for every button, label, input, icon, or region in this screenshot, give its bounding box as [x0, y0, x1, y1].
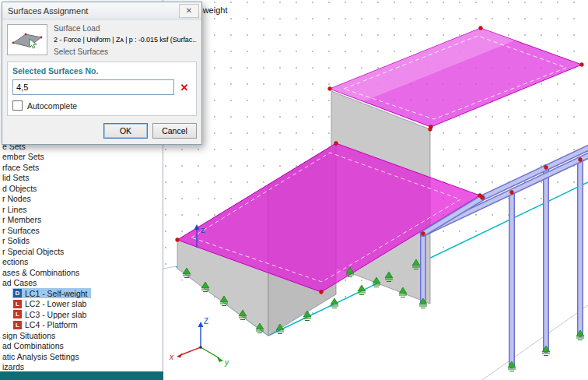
surface-load-icon	[7, 24, 47, 55]
sidebar-item-label: rface Sets	[2, 163, 39, 172]
node-marker	[429, 128, 432, 132]
sidebar-item-wizards[interactable]: izards	[0, 362, 163, 373]
sidebar-item-objects[interactable]: d Objects	[0, 183, 163, 194]
ground-edge-line	[482, 305, 588, 380]
autocomplete-label: Autocomplete	[27, 101, 77, 111]
axis-y-label: y	[224, 358, 229, 367]
node-marker	[176, 238, 180, 242]
svg-text:Z: Z	[201, 227, 205, 234]
sidebar-item-solids[interactable]: r Solids	[0, 236, 163, 247]
selected-surfaces-panel: Selected Surfaces No. ✕ Autocomplete	[7, 62, 197, 116]
sidebar-item-label: r Members	[2, 215, 41, 224]
cancel-button[interactable]: Cancel	[152, 123, 197, 139]
surfaces-assignment-dialog: Surfaces Assignment ✕ Surface Load 2 - F…	[2, 2, 202, 145]
sidebar-item-label: ad Cases	[2, 278, 37, 287]
axis-z-label: Z	[204, 317, 208, 325]
sidebar-item-label: LC1 - Self-weight	[25, 289, 88, 298]
clear-selection-icon[interactable]: ✕	[177, 80, 191, 94]
sidebar-item-static-analysis-settings[interactable]: atic Analysis Settings	[0, 351, 163, 362]
sidebar-item-lines[interactable]: r Lines	[0, 204, 163, 215]
dialog-title: Surfaces Assignment	[8, 6, 88, 16]
axis-triad: Z x y	[169, 317, 229, 367]
node-marker	[481, 196, 485, 200]
row-band: L LC2 - Lower slab	[12, 299, 89, 309]
sidebar-item-label: r Special Objects	[2, 247, 64, 256]
selected-surfaces-header: Selected Surfaces No.	[12, 66, 191, 76]
sidebar-item-label: r Surfaces	[2, 226, 40, 235]
sidebar-item-label: d Objects	[2, 184, 37, 193]
node-marker	[422, 232, 425, 236]
select-surfaces-label: Select Surfaces	[54, 48, 197, 56]
node-marker	[579, 158, 583, 162]
surface-load-value: 2 - Force | Uniform | Zᴀ | p : -0.015 ks…	[54, 36, 197, 44]
sidebar-item-label: lid Sets	[2, 173, 29, 182]
sidebar-item-surfaces[interactable]: r Surfaces	[0, 225, 163, 236]
sidebar-item-label: atic Analysis Settings	[2, 352, 79, 361]
sidebar-item-surface-sets[interactable]: rface Sets	[0, 162, 163, 173]
node-marker	[334, 142, 338, 146]
sidebar-item-label: sign Situations	[2, 331, 55, 340]
sidebar-item-label: ases & Combinations	[2, 268, 79, 277]
project-navigator-tree: e Sets ember Sets rface Sets lid Sets d …	[0, 141, 163, 372]
node-marker	[544, 166, 548, 170]
axis-x-label: x	[169, 353, 174, 361]
sidebar-item-label: ad Combinations	[2, 341, 64, 350]
sidebar-item-special-objects[interactable]: r Special Objects	[0, 246, 163, 257]
sidebar-item-label: LC3 - Upper slab	[25, 310, 86, 319]
sidebar-item-member-sets[interactable]: ember Sets	[0, 152, 163, 163]
close-icon[interactable]: ✕	[179, 4, 199, 18]
loadcase-type-icon: L	[13, 310, 22, 318]
sidebar-item-load-combinations[interactable]: ad Combinations	[0, 341, 163, 352]
node-marker	[479, 26, 483, 30]
dialog-content: Surface Load 2 - Force | Uniform | Zᴀ | …	[2, 19, 201, 144]
sidebar-item-nodes[interactable]: r Nodes	[0, 194, 163, 205]
selected-surfaces-input[interactable]	[12, 79, 174, 95]
selection-band: D LC1 - Self-weight	[12, 288, 91, 298]
node-marker	[510, 191, 514, 195]
sidebar-item-label: LC4 - Platform	[25, 320, 78, 329]
node-marker	[320, 290, 324, 294]
teal-status-bar	[0, 371, 163, 380]
sidebar-item-label: LC2 - Lower slab	[25, 299, 86, 308]
sidebar-item-load-cases[interactable]: ad Cases	[0, 278, 163, 289]
sidebar-item-members[interactable]: r Members	[0, 215, 163, 226]
loadcase-type-icon: L	[13, 300, 22, 308]
sidebar-item-lc1-self-weight[interactable]: D LC1 - Self-weight	[0, 288, 163, 299]
sidebar-item-lc3-upper-slab[interactable]: L LC3 - Upper slab	[0, 309, 163, 320]
application-window: e Sets ember Sets rface Sets lid Sets d …	[0, 0, 588, 380]
surface-load-label: Surface Load	[54, 24, 197, 33]
sidebar-item-design-situations[interactable]: sign Situations	[0, 330, 163, 341]
sidebar-item-label: r Lines	[2, 205, 27, 214]
node-marker	[580, 63, 584, 67]
sidebar-item-lc4-platform[interactable]: L LC4 - Platform	[0, 320, 163, 331]
sidebar-item-label: ections	[2, 257, 28, 266]
loadcase-type-icon: L	[13, 321, 22, 329]
sidebar-item-label: r Nodes	[2, 194, 31, 203]
model-viewport[interactable]: Z Z x y -weight	[163, 0, 588, 380]
sidebar-item-label: ember Sets	[2, 152, 44, 161]
dialog-titlebar[interactable]: Surfaces Assignment ✕	[2, 2, 201, 19]
row-band: L LC3 - Upper slab	[12, 309, 89, 319]
ok-button[interactable]: OK	[103, 123, 148, 139]
model-viewport-canvas[interactable]: Z Z x y -weight	[163, 0, 588, 380]
sidebar-item-solid-sets[interactable]: lid Sets	[0, 173, 163, 184]
sidebar-item-sections[interactable]: ections	[0, 257, 163, 268]
node-marker	[328, 87, 332, 91]
sidebar-item-label: izards	[2, 362, 24, 371]
sidebar-item-lc2-lower-slab[interactable]: L LC2 - Lower slab	[0, 299, 163, 310]
row-band: L LC4 - Platform	[12, 320, 81, 330]
viewport-loadcase-label: -weight	[200, 5, 227, 15]
autocomplete-checkbox[interactable]	[12, 100, 23, 111]
sidebar-item-cases-combinations[interactable]: ases & Combinations	[0, 267, 163, 278]
loadcase-type-icon: D	[13, 289, 22, 297]
sidebar-item-label: r Solids	[2, 236, 30, 245]
